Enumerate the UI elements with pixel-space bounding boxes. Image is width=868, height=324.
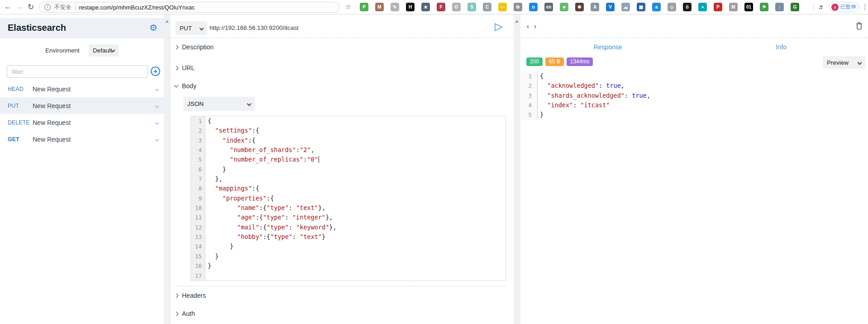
section-label: Auth: [182, 310, 195, 317]
code-line: 1{: [191, 116, 506, 126]
request-body-editor[interactable]: 1{2 "settings":{3 "index":{4 "number_of_…: [190, 116, 506, 281]
shield-ext-icon[interactable]: ◇: [668, 3, 676, 11]
chevron-right-icon: [174, 293, 179, 298]
profile-paused-badge[interactable]: x 已暂停: [829, 2, 859, 12]
section-label: URL: [182, 64, 195, 71]
scroll-up-icon[interactable]: [515, 20, 519, 23]
binary-ext-icon[interactable]: 01: [744, 3, 753, 11]
code-line: 14 }: [191, 242, 506, 251]
dots-ext-icon[interactable]: ⋯: [498, 3, 507, 11]
cloud-ext-icon[interactable]: ☁: [621, 3, 630, 11]
gear-ext-icon[interactable]: ⚙: [514, 3, 522, 11]
bookmark-star-icon[interactable]: ☆: [345, 3, 351, 11]
browser-menu-icon[interactable]: ⋮: [862, 3, 868, 11]
code-line: 15 }: [191, 252, 506, 261]
trash-icon[interactable]: [856, 22, 863, 32]
sidebar-scrollbar[interactable]: [164, 14, 171, 324]
view-mode-select[interactable]: Preview: [823, 56, 865, 69]
mask-ext-icon[interactable]: ✱: [575, 3, 584, 11]
site-info-icon[interactable]: i: [44, 4, 51, 10]
share-ext-icon[interactable]: »: [698, 3, 707, 11]
app: ← → ↻ i 不安全 restape.com/p/mhmBcuzXZ/rest…: [0, 0, 868, 324]
line-number: 4: [521, 100, 538, 110]
h-ext-icon[interactable]: H: [406, 3, 415, 11]
playlist-icon[interactable]: ♬: [818, 3, 825, 10]
environment-label: Environment: [45, 47, 80, 54]
line-number: 5: [521, 110, 538, 119]
request-list: HEADNew RequestPUTNew RequestDELETENew R…: [0, 81, 164, 148]
status-code-badge: 200: [526, 57, 543, 66]
filter-input[interactable]: [7, 65, 148, 78]
flag-ext-icon[interactable]: F: [437, 3, 445, 11]
line-number: 3: [521, 91, 538, 100]
line-number: 1: [191, 116, 205, 126]
line-number: 13: [191, 232, 205, 242]
address-bar[interactable]: i 不安全 restape.com/p/mhmBcuzXZ/rest/QOluY…: [38, 2, 340, 13]
request-item-delete[interactable]: DELETENew Request: [0, 114, 164, 131]
request-item-get[interactable]: GETNew Request: [0, 131, 164, 148]
artist-ext-icon[interactable]: A: [591, 3, 599, 11]
download-ext-icon[interactable]: ↓: [775, 3, 784, 11]
reload-icon[interactable]: ↻: [28, 2, 34, 12]
request-url-field[interactable]: http://192.168.56.130:9200/itcast: [210, 24, 299, 31]
globe-ext-icon[interactable]: G: [791, 3, 799, 11]
paw-ext-icon[interactable]: ♣: [560, 3, 568, 11]
scroll-up-icon[interactable]: [165, 20, 169, 23]
section-url[interactable]: URL: [175, 64, 195, 71]
ring-ext-icon[interactable]: O: [452, 3, 461, 11]
chevron-right-icon: [174, 66, 179, 70]
response-body-viewer: 1▾{2 "acknowledged": true,3 "shards_ackn…: [521, 71, 748, 120]
code-line: 6 }: [191, 165, 506, 174]
code-line: 8 "mappings":{: [191, 184, 506, 193]
back-icon[interactable]: ←: [4, 2, 12, 11]
sidebar-header: Elasticsearch ⚙: [0, 18, 164, 38]
grid-ext-icon[interactable]: ▦: [637, 3, 645, 11]
star-badge-ext-icon[interactable]: ★: [421, 3, 430, 11]
code-line: 4 "number_of_shards":"2",: [191, 145, 506, 155]
body-type-select[interactable]: JSON: [183, 97, 255, 111]
status-row: 200 65 B 1344ms: [526, 57, 593, 66]
v-ext-icon[interactable]: V: [606, 3, 615, 11]
owl-ext-icon[interactable]: ö: [683, 3, 692, 11]
monkey-ext-icon[interactable]: M: [375, 3, 384, 11]
section-body[interactable]: Body: [175, 82, 196, 90]
profile-avatar: x: [831, 4, 839, 11]
section-auth[interactable]: Auth: [175, 310, 195, 317]
tab-response[interactable]: Response: [574, 43, 642, 51]
person-ext-icon[interactable]: P: [360, 3, 368, 11]
method-value: PUT: [180, 25, 192, 32]
sketch-ext-icon[interactable]: ✎: [391, 3, 399, 11]
tab-info[interactable]: Info: [747, 43, 815, 51]
m-ext-icon[interactable]: M: [729, 3, 738, 11]
chevron-down-icon: [247, 102, 252, 106]
s-ext-icon[interactable]: S: [467, 3, 476, 11]
request-label: New Request: [33, 102, 71, 110]
flag2-ext-icon[interactable]: ⚑: [760, 3, 768, 11]
forward-icon[interactable]: →: [16, 2, 24, 11]
history-forward-icon[interactable]: ›: [534, 23, 536, 29]
section-description[interactable]: Description: [175, 43, 214, 51]
request-item-put[interactable]: PUTNew Request: [0, 97, 164, 114]
request-item-head[interactable]: HEADNew Request: [0, 81, 164, 97]
line-number: 7: [191, 174, 205, 184]
method-select[interactable]: PUT: [176, 21, 207, 35]
translate-ext-icon[interactable]: en: [544, 3, 553, 11]
dot-ext-icon[interactable]: o: [529, 3, 538, 11]
send-request-icon[interactable]: ▷: [495, 20, 503, 33]
camera-ext-icon[interactable]: C: [483, 3, 491, 11]
collapse-icon[interactable]: ▾: [540, 71, 542, 81]
environment-select[interactable]: Default: [89, 44, 119, 57]
chevron-down-icon: [858, 60, 862, 65]
a-circle-ext-icon[interactable]: a: [652, 3, 661, 11]
request-label: New Request: [33, 86, 71, 93]
code-line: 9 "properties":{: [191, 194, 506, 203]
request-panel-scrollbar[interactable]: [514, 14, 520, 324]
code-line: 5}: [521, 110, 748, 119]
code-line: 17: [191, 271, 506, 281]
browser-toolbar: ← → ↻ i 不安全 restape.com/p/mhmBcuzXZ/rest…: [0, 0, 868, 14]
add-request-icon[interactable]: +: [151, 67, 160, 76]
gear-icon[interactable]: ⚙: [149, 22, 157, 33]
pdf-ext-icon[interactable]: P: [714, 3, 722, 11]
history-back-icon[interactable]: ‹: [527, 23, 529, 29]
section-headers[interactable]: Headers: [175, 292, 206, 299]
